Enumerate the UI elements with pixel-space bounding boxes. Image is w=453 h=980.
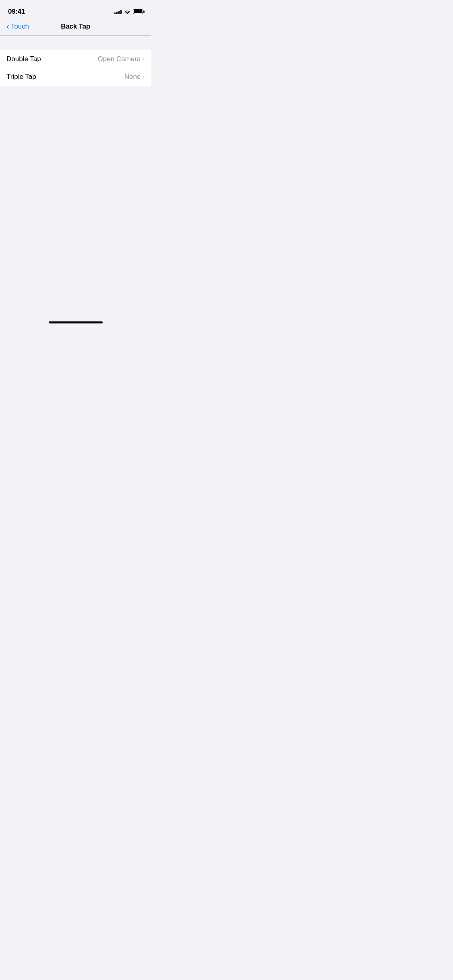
double-tap-label: Double Tap — [6, 55, 41, 63]
settings-list: Double Tap Open Camera › Triple Tap None… — [0, 50, 151, 86]
double-tap-value: Open Camera — [98, 55, 141, 63]
signal-icon — [114, 9, 122, 14]
triple-tap-row[interactable]: Triple Tap None › — [0, 68, 151, 86]
page-title: Back Tap — [61, 23, 90, 31]
status-bar: 09:41 — [0, 0, 151, 18]
home-indicator — [49, 321, 103, 323]
status-icons — [114, 9, 143, 14]
double-tap-row[interactable]: Double Tap Open Camera › — [0, 50, 151, 68]
triple-tap-right: None › — [124, 73, 145, 81]
nav-bar: ‹ Touch Back Tap — [0, 18, 151, 35]
wifi-icon — [124, 9, 130, 14]
back-label: Touch — [11, 23, 29, 31]
back-button[interactable]: ‹ Touch — [6, 22, 29, 31]
section-spacer — [0, 36, 151, 50]
triple-tap-label: Triple Tap — [6, 73, 36, 81]
battery-icon — [133, 9, 143, 14]
double-tap-chevron-icon: › — [142, 55, 145, 63]
triple-tap-chevron-icon: › — [142, 73, 145, 81]
status-time: 09:41 — [8, 8, 25, 16]
triple-tap-value: None — [124, 73, 141, 81]
back-chevron-icon: ‹ — [6, 22, 9, 31]
double-tap-right: Open Camera › — [98, 55, 145, 63]
